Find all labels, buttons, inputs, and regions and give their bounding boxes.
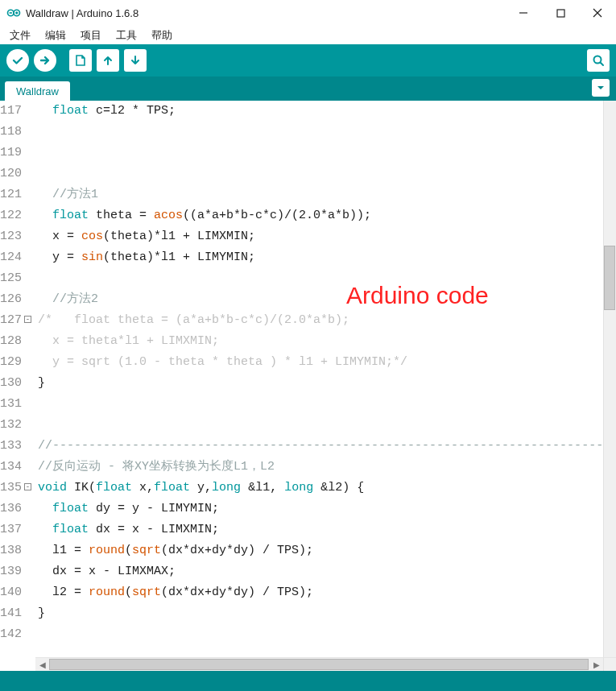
code-line[interactable]: //反向运动 - 将XY坐标转换为长度L1，L2: [38, 457, 616, 478]
line-gutter: 117118119120121122123124125126127-128129…: [0, 101, 27, 657]
horizontal-scroll-row: ◀ ▶: [0, 657, 616, 671]
code-line[interactable]: y = sin(theta)*l1 + LIMYMIN;: [38, 247, 616, 268]
code-line[interactable]: //方法1: [38, 184, 616, 205]
line-number: 141: [0, 603, 22, 624]
line-number: 142: [0, 624, 22, 645]
line-number: 134: [0, 457, 22, 478]
menu-tools[interactable]: 工具: [110, 27, 143, 44]
line-number: 120: [0, 163, 22, 184]
window-title: Walldraw | Arduino 1.6.8: [26, 7, 505, 19]
line-number: 127-: [0, 310, 22, 331]
save-sketch-button[interactable]: [124, 49, 147, 72]
window-controls: [505, 0, 616, 26]
window-titlebar: Walldraw | Arduino 1.6.8: [0, 0, 616, 26]
fold-toggle-icon[interactable]: -: [24, 483, 31, 490]
line-number: 140: [0, 582, 22, 603]
menubar: 文件 编辑 项目 工具 帮助: [0, 26, 616, 44]
tab-walldraw[interactable]: Walldraw: [5, 81, 70, 101]
horizontal-scroll-thumb[interactable]: [49, 659, 589, 670]
code-line[interactable]: void IK(float x,float y,long &l1, long &…: [38, 478, 616, 499]
line-number: 126: [0, 289, 22, 310]
upload-button[interactable]: [34, 49, 56, 72]
new-sketch-button[interactable]: [69, 49, 92, 72]
vertical-scrollbar[interactable]: [603, 101, 616, 657]
code-line[interactable]: [38, 268, 616, 289]
minimize-button[interactable]: [505, 0, 542, 26]
line-number: 128: [0, 331, 22, 352]
code-line[interactable]: [38, 122, 616, 143]
line-number: 136: [0, 499, 22, 519]
code-line[interactable]: float dx = x - LIMXMIN;: [38, 519, 616, 540]
verify-button[interactable]: [6, 49, 29, 72]
line-number: 117: [0, 101, 22, 122]
toolbar: [0, 44, 616, 77]
code-line[interactable]: y = sqrt (1.0 - theta * theta ) * l1 + L…: [38, 352, 616, 373]
code-line[interactable]: }: [38, 603, 616, 624]
code-line[interactable]: float dy = y - LIMYMIN;: [38, 499, 616, 519]
vertical-scroll-thumb[interactable]: [604, 246, 615, 310]
svg-rect-6: [557, 10, 564, 17]
line-number: 118: [0, 122, 22, 143]
code-line[interactable]: [38, 163, 616, 184]
tabbar: Walldraw: [0, 77, 616, 101]
editor-area: 117118119120121122123124125126127-128129…: [0, 101, 616, 657]
menu-edit[interactable]: 编辑: [39, 27, 72, 44]
code-line[interactable]: x = theta*l1 + LIMXMIN;: [38, 331, 616, 352]
line-number: 129: [0, 352, 22, 373]
hscroll-left-arrow[interactable]: ◀: [35, 658, 49, 672]
code-line[interactable]: x = cos(theta)*l1 + LIMXMIN;: [38, 226, 616, 247]
menu-help[interactable]: 帮助: [145, 27, 179, 44]
code-line[interactable]: //--------------------------------------…: [38, 436, 616, 457]
svg-line-10: [601, 63, 604, 66]
line-number: 133: [0, 436, 22, 457]
open-sketch-button[interactable]: [97, 49, 119, 72]
fold-toggle-icon[interactable]: -: [24, 316, 31, 323]
line-number: 124: [0, 247, 22, 268]
code-line[interactable]: [38, 394, 616, 415]
code-line[interactable]: l1 = round(sqrt(dx*dx+dy*dy) / TPS);: [38, 540, 616, 561]
serial-monitor-button[interactable]: [587, 49, 610, 72]
menu-file[interactable]: 文件: [3, 27, 37, 44]
arduino-icon: [6, 6, 21, 20]
code-editor[interactable]: 117118119120121122123124125126127-128129…: [0, 101, 603, 657]
line-number: 137: [0, 519, 22, 540]
line-number: 122: [0, 205, 22, 226]
code-line[interactable]: [38, 415, 616, 436]
line-number: 125: [0, 268, 22, 289]
line-number: 131: [0, 394, 22, 415]
scroll-corner: [603, 657, 616, 671]
line-number: 121: [0, 184, 22, 205]
hscroll-right-arrow[interactable]: ▶: [589, 658, 603, 672]
code-line[interactable]: l2 = round(sqrt(dx*dx+dy*dy) / TPS);: [38, 582, 616, 603]
code-line[interactable]: [38, 624, 616, 645]
line-number: 132: [0, 415, 22, 436]
line-number: 138: [0, 540, 22, 561]
line-number: 123: [0, 226, 22, 247]
code-line[interactable]: /* float theta = (a*a+b*b-c*c)/(2.0*a*b)…: [38, 310, 616, 331]
line-number: 130: [0, 373, 22, 394]
code-line[interactable]: [38, 143, 616, 163]
line-number: 119: [0, 143, 22, 163]
code-line[interactable]: float theta = acos((a*a+b*b-c*c)/(2.0*a*…: [38, 205, 616, 226]
line-number: 139: [0, 561, 22, 582]
code-line[interactable]: float c=l2 * TPS;: [38, 101, 616, 122]
line-number: 135-: [0, 478, 22, 499]
code-body[interactable]: float c=l2 * TPS; //方法1 float theta = ac…: [27, 101, 616, 657]
code-line[interactable]: dx = x - LIMXMAX;: [38, 561, 616, 582]
code-line[interactable]: //方法2: [38, 289, 616, 310]
tab-menu-button[interactable]: [592, 79, 610, 97]
close-button[interactable]: [579, 0, 616, 26]
statusbar: [0, 671, 616, 691]
horizontal-scrollbar[interactable]: ◀ ▶: [35, 657, 603, 671]
maximize-button[interactable]: [542, 0, 579, 26]
menu-sketch[interactable]: 项目: [74, 27, 108, 44]
code-line[interactable]: }: [38, 373, 616, 394]
